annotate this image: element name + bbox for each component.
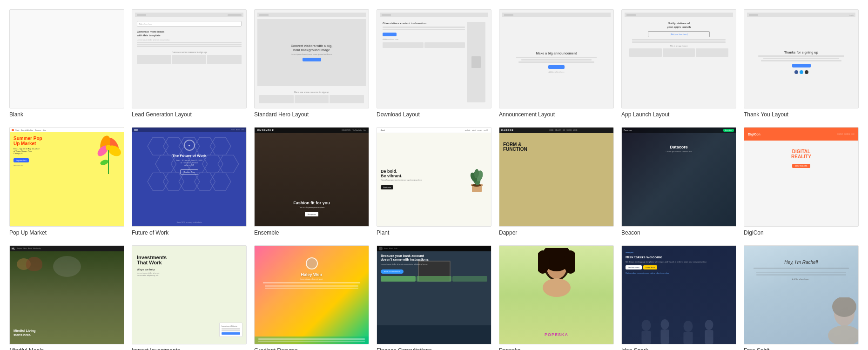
ensemble-text: Fashion fit for you This is a Squarespac… (255, 201, 369, 217)
impact-content: InvestmentsThat Work Ways we help Lorem … (132, 246, 246, 286)
plant-label: Plant (377, 229, 491, 236)
template-thank-you[interactable]: Login Thanks for signing up Thank You La… (744, 9, 859, 118)
template-future[interactable]: Home About Links (132, 127, 247, 236)
ideaspark-sub: We design landing page templates with im… (626, 261, 732, 263)
standard-hero-thumb: Convert visitors with a big,bold backgro… (254, 9, 369, 108)
mindful-thumb: ML Recipes Ideas About Membership (9, 245, 124, 344)
digicon-top: DigiCon schedule speakers more (744, 128, 858, 141)
popeska-logo: POPESKA (499, 332, 613, 337)
ensemble-thumb: ENSEMBLE COLLECTION The Way Links Info F… (254, 127, 369, 226)
wf-nav5 (625, 13, 733, 17)
ensemble-headline: Fashion fit for you (255, 201, 369, 205)
wf-reasons: Here are some reasons to sign up (137, 51, 242, 54)
ideaspark-headline: Risk takers welcome (626, 255, 732, 260)
freespirit-label: Free Spirit (744, 347, 859, 350)
svg-point-32 (543, 278, 571, 297)
blank-thumb (9, 9, 124, 108)
download-thumb: Give visitors content to download Additi… (377, 9, 491, 108)
mindful-text: Mindful Livingstarts here. (13, 329, 35, 337)
template-ideaspark[interactable]: ideaspark Risk takers welcome We design … (621, 245, 736, 350)
template-grid: Blank Add a form here Generate more lead… (9, 9, 859, 350)
template-lead-gen[interactable]: Add a form here Generate more leadswith … (132, 9, 247, 118)
template-gradient[interactable]: Haley Weir Lorem ipsum dolor sit amet Gr… (254, 245, 369, 350)
digicon-content: DIGITALREALITY BUY TICKETS (744, 141, 858, 177)
freespirit-portrait (826, 297, 859, 344)
template-popup[interactable]: StartAdmin/ModuleBrowseInfo Summer PopUp… (9, 127, 124, 236)
mindful-nav: ML Recipes Ideas About Membership (10, 246, 124, 251)
thank-you-thumb: Login Thanks for signing up (744, 9, 859, 108)
wf-logo4 (504, 14, 513, 16)
template-ensemble[interactable]: ENSEMBLE COLLECTION The Way Links Info F… (254, 127, 369, 236)
template-digicon[interactable]: DigiCon schedule speakers more DIGITALRE… (744, 127, 859, 236)
gradient-sub: Lorem ipsum dolor sit amet (258, 278, 365, 280)
freespirit-content: Hey, I'm Rachel! A little about me... (744, 246, 858, 295)
template-finance[interactable]: Home About Links Because your bank accou… (377, 245, 491, 350)
ensemble-nav: ENSEMBLE COLLECTION The Way Links Info (255, 128, 369, 133)
wf-nav2 (257, 13, 366, 17)
future-thumb: Home About Links (132, 127, 247, 226)
template-mindful[interactable]: ML Recipes Ideas About Membership (9, 245, 124, 350)
template-freespirit[interactable]: Hey, I'm Rachel! A little about me... Fr… (744, 245, 859, 350)
gradient-avatar (306, 257, 318, 269)
freespirit-sub: A little about me... (749, 278, 854, 281)
gradient-name: Haley Weir (258, 272, 365, 277)
template-beacon[interactable]: Beacon Learn More Datacore Lorem ipsum d… (621, 127, 736, 236)
template-download[interactable]: Give visitors content to download Additi… (377, 9, 491, 118)
beacon-content: Datacore Lorem ipsum dolor sit amet text (622, 133, 736, 164)
finance-headline: Because your bank accountdoesn't come wi… (381, 254, 487, 262)
template-announcement[interactable]: Make a big announcement Additional text … (499, 9, 614, 118)
dapper-thumb: DAPPER HOME GALLERY BIO SHOWS MORE FORM … (499, 127, 614, 226)
gradient-label: Gradient Resume (254, 347, 369, 350)
beacon-headline: Datacore (626, 145, 732, 149)
wf-headline: Generate more leadswith this template (137, 30, 242, 38)
mindful-headline: Mindful Livingstarts here. (13, 329, 35, 337)
ideaspark-thumb: ideaspark Risk takers welcome We design … (621, 245, 736, 344)
wf-nav3 (380, 13, 488, 17)
future-nav: Home About Links (132, 128, 246, 132)
wf-logo6 (749, 14, 758, 16)
template-app-launch[interactable]: Notify visitors ofyour app's launch [ Ad… (621, 9, 736, 118)
wf-applaunch-body: Notify visitors ofyour app's launch [ Ad… (625, 19, 733, 60)
standard-hero-label: Standard Hero Layout (254, 111, 369, 118)
template-blank[interactable]: Blank (9, 9, 124, 118)
finance-nav: Home About Links (377, 246, 491, 251)
wf-nav (135, 13, 243, 17)
wf-nav6: Login (747, 13, 855, 17)
plant-text: Be bold.Be vibrant. This is a Squarespac… (381, 169, 464, 190)
ideaspark-btn1: Find out more (626, 265, 642, 269)
wf-hero2: Convert visitors with a big,bold backgro… (257, 19, 366, 86)
template-plant[interactable]: plant products about contact cart (0) Be… (377, 127, 491, 236)
finance-label: Finance Consultations (377, 347, 491, 350)
impact-form-label: Investment Criteria (222, 325, 240, 327)
finance-thumb: Home About Links Because your bank accou… (377, 245, 491, 344)
popeska-label: Popeska (499, 347, 614, 350)
wf-hero-sub2: Lorem ipsum lorem ipsum lorem ipsum text… (291, 53, 332, 55)
gradient-content: Haley Weir Lorem ipsum dolor sit amet (255, 246, 369, 302)
template-dapper[interactable]: DAPPER HOME GALLERY BIO SHOWS MORE FORM … (499, 127, 614, 236)
gradient-thumb: Haley Weir Lorem ipsum dolor sit amet (254, 245, 369, 344)
plant-sub: This is a Squarespace store template any… (381, 180, 464, 182)
svg-point-6 (100, 159, 109, 167)
mindful-label: Mindful Meals (9, 347, 124, 350)
ensemble-label: Ensemble (254, 229, 369, 236)
beacon-label: Beacon (621, 229, 736, 236)
plant-btn: Start now (381, 185, 393, 189)
digicon-label: DigiCon (744, 229, 859, 236)
digicon-btn: BUY TICKETS (792, 164, 810, 168)
ideaspark-tagline: Cutting edge companies use cutting edge … (626, 272, 732, 274)
template-standard-hero[interactable]: Convert visitors with a big,bold backgro… (254, 9, 369, 118)
thank-you-label: Thank You Layout (744, 111, 859, 118)
future-content: ✦ The Future of Work Earn – 9.5 am on Ju… (132, 132, 246, 182)
popup-decoration (96, 135, 121, 176)
plant-headline: Be bold.Be vibrant. (381, 169, 464, 179)
plant-hero: Be bold.Be vibrant. This is a Squarespac… (377, 133, 491, 226)
lead-gen-thumb: Add a form here Generate more leadswith … (132, 9, 247, 108)
announcement-thumb: Make a big announcement Additional text … (499, 9, 614, 108)
popup-thumb: StartAdmin/ModuleBrowseInfo Summer PopUp… (9, 127, 124, 226)
template-impact[interactable]: InvestmentsThat Work Ways we help Lorem … (132, 245, 247, 350)
blank-label: Blank (9, 111, 124, 118)
template-popeska[interactable]: POPESKA Popeska (499, 245, 614, 350)
plant-thumb: plant products about contact cart (0) Be… (377, 127, 491, 226)
digicon-headline: DIGITALREALITY (748, 149, 855, 159)
plant-nav: plant products about contact cart (0) (377, 128, 491, 133)
